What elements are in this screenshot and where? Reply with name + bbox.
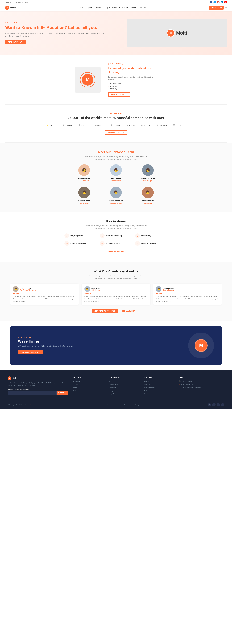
footer-nav-homepage[interactable]: Homepage <box>73 381 80 382</box>
sarah-name: Sarah Morrison <box>78 178 90 180</box>
nav-portfolio[interactable]: Portfolio ▾ <box>112 7 120 9</box>
phone-icon: 📞 <box>179 380 181 382</box>
footer-res-pricing[interactable]: Pricing <box>109 390 113 392</box>
features-grid: ◎ Fully Responsive ◎ Browser Compatibili… <box>64 233 168 246</box>
feature-icon-clean: ◎ <box>135 241 140 246</box>
check-item: Motivation <box>108 86 157 87</box>
elegance-icon: ◈ <box>62 124 64 126</box>
get-started-button[interactable]: GET STARTED <box>209 6 224 10</box>
hero-brand-logo: M Molti <box>167 29 187 37</box>
feature-label-retina: Retina Ready <box>141 235 151 236</box>
testimonial-cta-row: VIEW MORE TESTIMONIALS SEE ALL CLIENTS → <box>10 309 222 313</box>
kaguje-label: KAGUJE <box>97 124 104 126</box>
footer-twitter-icon[interactable]: t <box>212 403 216 406</box>
footer-co-customers[interactable]: Happy Customers <box>144 387 155 388</box>
client-logo-adaptlive: ⊕ adaptlive <box>79 124 88 126</box>
isabella-role: SEO Manager <box>143 180 152 182</box>
see-all-clients-button[interactable]: SEE ALL CLIENTS → <box>119 309 140 313</box>
footer-linkedin-icon[interactable]: in <box>221 403 224 406</box>
hiring-section: Want to join us? We're Hiring We'd love … <box>0 321 232 370</box>
footer-co-about[interactable]: About Us <box>144 384 150 385</box>
features-title: Key Features <box>10 220 222 223</box>
team-member-nayan: 👨 Nayan Robert Creative Director <box>103 164 129 182</box>
footer: M Molti Molti is a Professionally Design… <box>0 370 232 409</box>
footer-company-list: Services About Us Happy Customers Portfo… <box>144 380 174 395</box>
top-bar: +1 234 567 8 contact@molti.com f t g in … <box>0 0 232 4</box>
sarah-role: CEO/Founder <box>80 180 89 182</box>
facebook-icon[interactable]: f <box>210 1 213 3</box>
hero-logo-panel: M Molti <box>127 19 227 47</box>
client-logo-leadgen: ↗ Lead Gen <box>157 124 167 126</box>
taggore-icon: ◇ <box>141 124 143 126</box>
testimonials-desc: Lorem ipsum is simply dummy text of the … <box>84 275 148 280</box>
feature-icon-responsive: ◎ <box>64 233 69 238</box>
footer-nav-news[interactable]: News <box>73 387 77 388</box>
team-section: Meet our Fantastic Team Lorem ipsum is s… <box>0 142 232 212</box>
terms-link[interactable]: Terms of Service <box>118 404 128 406</box>
newsletter-input[interactable] <box>8 391 57 395</box>
footer-navigate-list: Homepage Careers News Affiliates <box>73 380 103 392</box>
nav-services[interactable]: Services ▾ <box>95 7 102 9</box>
testimonials-grid: 👨 Solomon Fields WordPress Web Designer … <box>10 284 222 305</box>
nav-header-footer[interactable]: Header & Footer ▾ <box>122 7 136 9</box>
googleplus-icon[interactable]: g <box>217 1 220 3</box>
client-logo-coregzip: ✦ coreg.zip <box>111 124 120 126</box>
nav-links: Home Pages ▾ Services ▾ Blog ▾ Portfolio… <box>79 7 146 9</box>
history-cta-button[interactable]: READ FULL STORY → <box>108 92 130 97</box>
hiring-card: Want to join us? We're Hiring We'd love … <box>10 326 222 365</box>
check-item: Simplicity <box>108 88 157 90</box>
view-more-testimonials-button[interactable]: VIEW MORE TESTIMONIALS <box>92 309 118 313</box>
footer-co-services[interactable]: Services <box>144 381 149 382</box>
footer-res-community[interactable]: Community <box>109 387 116 388</box>
client-logo-jazzer: ⚡ JAZZER <box>46 124 56 126</box>
ocean-name: Ocean Mcnamara <box>109 200 123 202</box>
linkedin-icon[interactable]: in <box>221 1 223 3</box>
coregzip-icon: ✦ <box>111 124 112 126</box>
view-more-features-button[interactable]: + VIEW MORE FEATURES <box>104 250 128 254</box>
footer-nav-careers[interactable]: Careers <box>73 384 78 385</box>
team-member-ocean: 👨 Ocean Mcnamara Customer Support <box>103 187 129 204</box>
footer-nav-affiliates[interactable]: Affiliates <box>73 390 78 392</box>
feature-retina: ◎ Retina Ready <box>135 233 168 238</box>
hero-cta-button[interactable]: READ OUR STORY → <box>5 40 26 44</box>
cookie-policy-link[interactable]: Cookie Policy <box>130 404 139 406</box>
coregzip-label: coreg.zip <box>113 124 120 126</box>
hiring-cta-button[interactable]: VIEW OPEN POSITIONS → <box>18 350 43 354</box>
nav-pages[interactable]: Pages ▾ <box>86 7 92 9</box>
team-member-sarah: 👩 Sarah Morrison CEO/Founder <box>71 164 98 182</box>
footer-co-helpcenter[interactable]: Help Center <box>144 393 151 395</box>
client-logo-elegance: ◈ Elegance <box>62 124 72 126</box>
nav-elements[interactable]: Elements <box>139 7 146 9</box>
footer-brand-col: M Molti Molti is a Professionally Design… <box>8 376 68 396</box>
features-section: Key Features Lorem ipsum is simply dummy… <box>0 212 232 262</box>
solomon-role: WordPress Web Designer <box>20 289 36 291</box>
kaguje-icon: ◆ <box>95 124 96 126</box>
history-desc: Lorem ipsum is simply dummy text of the … <box>108 76 157 81</box>
privacy-policy-link[interactable]: Privacy Policy <box>107 404 116 406</box>
features-desc: Lorem ipsum is simply dummy text of the … <box>84 224 148 230</box>
footer-co-portfolio[interactable]: Portfolio <box>144 390 149 392</box>
footer-facebook-icon[interactable]: f <box>208 403 211 406</box>
newsletter-subscribe-button[interactable]: SUBSCRIBE <box>57 391 68 395</box>
clients-title: 25,000+ of the world's most successful c… <box>10 116 222 120</box>
nav-logo[interactable]: M Molti <box>5 6 16 10</box>
twitter-icon[interactable]: t <box>214 1 216 3</box>
solomon-avatar: 👨 <box>13 286 18 292</box>
footer-res-blog[interactable]: Blog <box>109 381 111 382</box>
guto-name: Guto Ellwood <box>163 287 174 289</box>
team-member-isabella: 👩 Isabella Morrison SEO Manager <box>134 164 161 182</box>
footer-phone: 📞 +40 893 330 75 <box>179 380 224 382</box>
footer-logo: M Molti <box>8 376 68 380</box>
footer-googleplus-icon[interactable]: g <box>217 403 220 406</box>
view-all-clients-button[interactable]: VIEW ALL CLIENTS → <box>105 130 127 135</box>
youtube-icon[interactable]: ▶ <box>224 1 227 3</box>
nav-home[interactable]: Home <box>79 7 83 9</box>
history-section: M Our History Let us tell you a short ab… <box>0 55 232 104</box>
nav-blog[interactable]: Blog ▾ <box>105 7 110 9</box>
footer-address-text: 49 Uniqe Square D, New York. <box>182 387 201 388</box>
hamburger-menu[interactable]: ≡ <box>225 6 227 9</box>
footer-res-design[interactable]: Design Case <box>109 393 117 395</box>
footer-resources-col: RESOURCES Blog Documentation Community P… <box>109 376 139 396</box>
footer-res-docs[interactable]: Documentation <box>109 384 118 385</box>
team-grid: 👩 Sarah Morrison CEO/Founder 👨 Nayan Rob… <box>71 164 161 204</box>
